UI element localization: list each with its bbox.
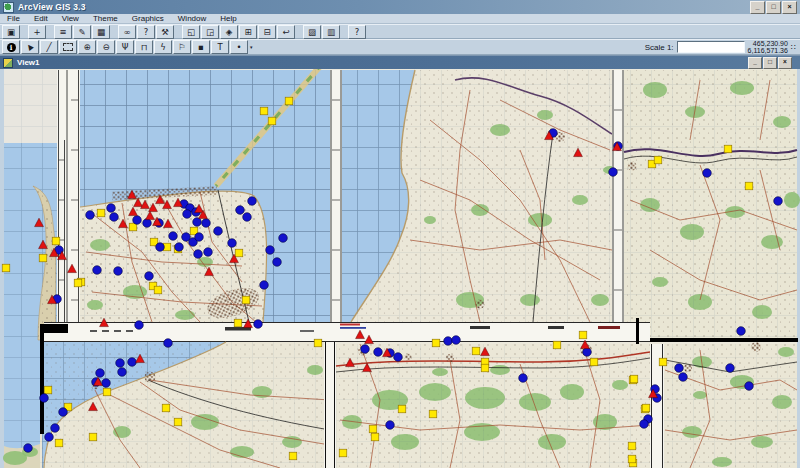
edit-legend-button[interactable]: ✎ [73,25,91,39]
view-minimize-button[interactable]: _ [748,57,762,69]
blue-circle-marker [679,373,688,382]
blue-circle-marker [133,216,142,225]
coordinate-x: 465,230.90 [748,40,788,47]
add-theme-button[interactable]: + [28,25,46,39]
yellow-square-marker [659,358,667,366]
yellow-square-marker [52,237,60,245]
scale-label: Scale 1: [645,43,674,52]
identify-button[interactable]: i [2,40,20,54]
zoom-out-button[interactable]: ⊖ [97,40,115,54]
yellow-square-marker [628,455,636,463]
pointer-icon: ▲ [25,42,34,52]
add-theme-icon: + [33,28,40,36]
locate-address-button[interactable]: ? [137,25,155,39]
blue-circle-marker [640,420,649,429]
menu-graphics[interactable]: Graphics [125,14,171,23]
main-titlebar: ArcView GIS 3.3 _ □ × [0,0,800,14]
find-button[interactable]: ∞ [118,25,136,39]
zoom-in-step-button[interactable]: ⊞ [239,25,257,39]
map-svg [0,69,800,468]
measure-button[interactable]: ⊓ [135,40,153,54]
scale-input[interactable] [677,41,745,53]
edit-legend-icon: ✎ [78,28,85,36]
draw-point-dropdown-icon[interactable]: ▾ [250,44,253,50]
blue-circle-marker [361,345,370,354]
select-by-graphic-button[interactable]: ▨ [303,25,321,39]
yellow-square-marker [314,339,322,347]
blue-circle-marker [583,348,592,357]
pointer-button[interactable]: ▲ [21,40,39,54]
menu-help[interactable]: Help [213,14,243,23]
blue-circle-marker [394,353,403,362]
blue-circle-marker [609,168,618,177]
query-builder-button[interactable]: ⚒ [156,25,174,39]
measure-icon: ⊓ [141,43,148,51]
pan-button[interactable]: Ψ [116,40,134,54]
yellow-square-marker [398,405,406,413]
draw-point-button[interactable]: • [230,40,248,54]
hotlink-button[interactable]: ϟ [154,40,172,54]
zoom-active-theme-button[interactable]: ◲ [201,25,219,39]
zoom-selected-button[interactable]: ◈ [220,25,238,39]
view-close-button[interactable]: × [778,57,792,69]
theme-properties-button[interactable]: ≡ [54,25,72,39]
yellow-square-marker [724,145,732,153]
yellow-square-marker [74,279,82,287]
minimize-button[interactable]: _ [750,1,765,14]
save-project-button[interactable]: ▣ [2,25,20,39]
help-pointer-button[interactable]: ? [348,25,366,39]
blue-circle-marker [444,337,453,346]
zoom-in-button[interactable]: ⊕ [78,40,96,54]
view-window-title: View1 [17,58,40,67]
hotlink-icon: ϟ [160,43,166,51]
draw-vertex-button[interactable]: ▪ [192,40,210,54]
yellow-square-marker [642,404,650,412]
find-icon: ∞ [123,28,130,36]
blue-circle-marker [675,364,684,373]
zoom-previous-icon: ↩ [282,28,289,36]
close-button[interactable]: × [782,1,797,14]
select-feature-button[interactable] [59,40,77,54]
blue-circle-marker [273,258,282,267]
zoom-out-step-button[interactable]: ⊟ [258,25,276,39]
maximize-button[interactable]: □ [766,1,781,14]
yellow-square-marker [481,364,489,372]
yellow-square-marker [242,296,250,304]
blue-circle-marker [374,348,383,357]
map-canvas[interactable] [0,69,800,468]
zoom-full-extent-button[interactable]: ◱ [182,25,200,39]
save-project-icon: ▣ [7,28,15,36]
zoom-selected-icon: ◈ [226,28,233,36]
menu-edit[interactable]: Edit [27,14,55,23]
arcview-application: ArcView GIS 3.3 _ □ × FileEditViewThemeG… [0,0,800,468]
text-button[interactable]: T [211,40,229,54]
blue-circle-marker [118,368,127,377]
blue-circle-marker [143,219,152,228]
window-title: ArcView GIS 3.3 [18,2,86,12]
blue-circle-marker [260,281,269,290]
view-maximize-button[interactable]: □ [763,57,777,69]
blue-circle-marker [128,358,137,367]
zoom-out-icon: ⊖ [102,43,109,51]
yellow-square-marker [745,182,753,190]
label-button[interactable]: ⚐ [173,40,191,54]
coordinate-spinner-icon: ∷ [791,43,796,52]
yellow-square-marker [234,319,242,327]
menu-view[interactable]: View [55,14,86,23]
zoom-out-step-icon: ⊟ [263,28,270,36]
yellow-square-marker [371,433,379,441]
blue-circle-marker [737,327,746,336]
yellow-square-marker [553,341,561,349]
yellow-square-marker [289,452,297,460]
zoom-previous-button[interactable]: ↩ [277,25,295,39]
vertex-edit-button[interactable]: ╱ [40,40,58,54]
blue-circle-marker [135,321,144,330]
select-by-graphic-icon: ▨ [308,28,316,36]
blue-circle-marker [102,379,111,388]
open-theme-table-button[interactable]: ▦ [92,25,110,39]
menu-file[interactable]: File [0,14,27,23]
media-layout-button[interactable]: ▥ [322,25,340,39]
menu-theme[interactable]: Theme [86,14,125,23]
blue-circle-marker [266,246,275,255]
menu-window[interactable]: Window [171,14,213,23]
